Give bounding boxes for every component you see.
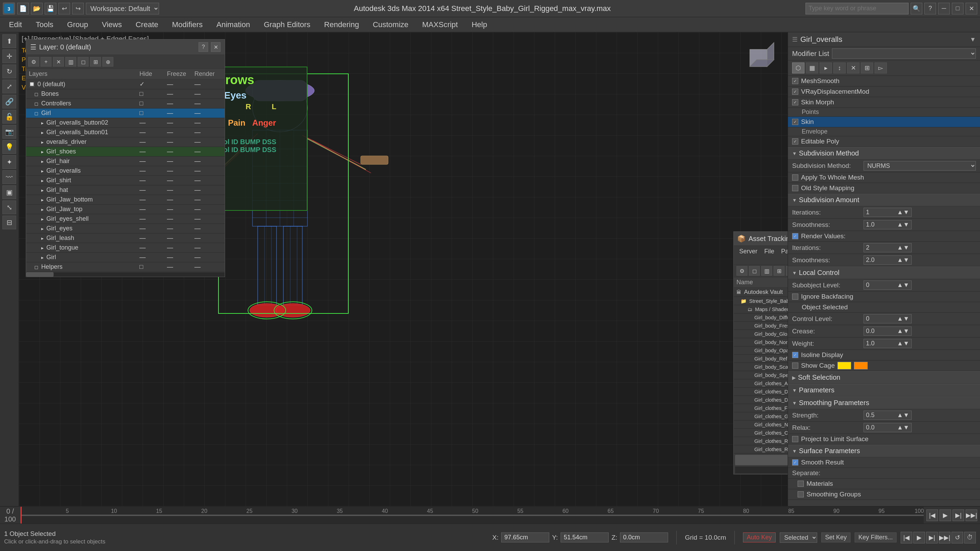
menu-edit[interactable]: Edit — [3, 18, 28, 31]
layers-sel-btn[interactable]: ◻ — [78, 57, 89, 67]
strength-spinner[interactable]: 0.5▲▼ — [864, 411, 912, 420]
y-value[interactable]: 51.54cm — [561, 532, 609, 542]
weight-spinner[interactable]: 1.0▲▼ — [864, 339, 912, 348]
menu-group[interactable]: Group — [61, 18, 94, 31]
smoothing-groups-row[interactable]: Smoothing Groups — [788, 489, 980, 500]
asset-row-map-13[interactable]: Girl_clothes_Normal.png Found — [734, 421, 788, 429]
show-cage-checkbox[interactable] — [792, 362, 798, 369]
layer-row-girl[interactable]: ◻Girl □—— — [26, 108, 225, 118]
layer-row-girl-overalls-btn02[interactable]: ▸Girl_overalls_button02 ——— — [26, 118, 225, 128]
minimize-btn[interactable]: ─ — [938, 3, 950, 14]
layer-row-girl[interactable]: ▸Girl ——— — [26, 252, 225, 262]
render-smoothness-spinner[interactable]: 2.0▲▼ — [864, 256, 912, 265]
asset-row-map-2[interactable]: Girl_body_Glossiness.png Found — [734, 330, 788, 338]
menu-modifiers[interactable]: Modifiers — [166, 18, 209, 31]
select-tool[interactable]: ⬆ — [2, 34, 16, 48]
modifier-editable-poly[interactable]: ✓ Editable Poly — [788, 136, 980, 147]
timeline-range[interactable]: 5 10 15 20 25 30 35 40 45 50 55 60 65 70… — [21, 507, 924, 524]
subobj-level-spinner[interactable]: 0▲▼ — [864, 281, 912, 290]
asset-row-map-0[interactable]: Girl_body_Diffuse.png Found — [734, 313, 788, 322]
set-key-btn[interactable]: Set Key — [821, 532, 851, 542]
asset-row-map-15[interactable]: Girl_clothes_Reflection.png Found — [734, 437, 788, 445]
smooth-result-checkbox[interactable]: ✓ — [792, 459, 798, 465]
menu-views[interactable]: Views — [95, 18, 128, 31]
menu-graph-editors[interactable]: Graph Editors — [258, 18, 317, 31]
mod-toolbar-btn7[interactable]: ▻ — [875, 62, 887, 73]
mod-toolbar-btn6[interactable]: ⊞ — [861, 62, 873, 73]
isoline-display-checkbox[interactable]: ✓ — [792, 352, 798, 358]
orientation-gizmo[interactable] — [740, 39, 781, 80]
asset-scrollbar-h[interactable] — [735, 455, 788, 465]
crease-spinner[interactable]: 0.0▲▼ — [864, 327, 912, 336]
subdivision-method-dropdown[interactable]: NURMS — [864, 161, 976, 171]
render-iterations-spinner[interactable]: 2▲▼ — [864, 243, 912, 252]
asset-btn3[interactable]: ▥ — [761, 266, 772, 276]
layer-row-girl-eyes[interactable]: ▸Girl_eyes ——— — [26, 224, 225, 233]
mod-editablepoly-checkbox[interactable]: ✓ — [792, 138, 798, 144]
mod-skin-checkbox[interactable]: ✓ — [792, 119, 798, 125]
asset-row-map-3[interactable]: Girl_body_Normal.png Found — [734, 338, 788, 346]
asset-row-map-7[interactable]: Girl_body_Specular.png Found — [734, 371, 788, 380]
section-soft-selection[interactable]: ▶ Soft Selection — [788, 371, 980, 384]
layer-row-helpers[interactable]: ◻Helpers □—— — [26, 262, 225, 272]
asset-btn2[interactable]: ◻ — [749, 266, 760, 276]
menu-help[interactable]: Help — [465, 18, 493, 31]
layer-row-girl-leash[interactable]: ▸Girl_leash ——— — [26, 233, 225, 243]
camera-tool[interactable]: 📷 — [2, 125, 16, 139]
layer-row-girl-jaw-top[interactable]: ▸Girl_Jaw_top ——— — [26, 205, 225, 214]
smooth-result-row[interactable]: ✓ Smooth Result — [788, 457, 980, 468]
layers-delete-btn[interactable]: ✕ — [53, 57, 64, 67]
timeline-playhead[interactable] — [21, 507, 22, 524]
mod-meshsmooth-checkbox[interactable]: ✓ — [792, 78, 798, 84]
layer-row-girl-overalls[interactable]: ▸Girl_overalls ——— — [26, 166, 225, 176]
control-level-spinner[interactable]: 0▲▼ — [864, 314, 912, 323]
section-subdivision-amount[interactable]: ▼ Subdivision Amount — [788, 194, 980, 206]
prev-frame-btn[interactable]: |◀ — [926, 510, 938, 521]
layer-row-overalls-driver[interactable]: ▸overalls_driver ——— — [26, 137, 225, 147]
mirror-tool[interactable]: ⤡ — [2, 200, 16, 214]
asset-btn1[interactable]: ⚙ — [737, 266, 748, 276]
asset-row-vault[interactable]: 🏛Autodesk Vault Logged Out — [734, 288, 788, 297]
layers-add-obj-btn[interactable]: ▥ — [65, 57, 76, 67]
section-surface-params[interactable]: ▼ Surface Parameters — [788, 445, 980, 457]
layer-row-girl-jaw-bottom[interactable]: ▸Girl_Jaw_bottom ——— — [26, 195, 225, 205]
close-btn[interactable]: ✕ — [966, 3, 977, 14]
ignore-backfacing-row[interactable]: Ignore Backfacing — [788, 291, 980, 302]
project-limit-checkbox[interactable] — [792, 436, 798, 442]
mod-toolbar-btn1[interactable]: ⬡ — [792, 62, 805, 73]
asset-row-map-12[interactable]: Girl_clothes_Glossiness.png Found — [734, 412, 788, 421]
asset-row-map-16[interactable]: Girl_clothes_Refraction.png Found — [734, 445, 788, 454]
layer-row-controllers[interactable]: ◻Controllers □—— — [26, 99, 225, 108]
asset-menu-server[interactable]: Server — [737, 247, 760, 263]
modifier-skinmorph[interactable]: ✓ Skin Morph — [788, 97, 980, 108]
layers-merge-btn[interactable]: ⊞ — [90, 57, 101, 67]
next-frame-btn[interactable]: ▶| — [953, 510, 964, 521]
viewport[interactable]: [+] [Perspective] [Shaded + Edged Faces]… — [19, 32, 788, 506]
asset-btn4[interactable]: ⊞ — [773, 266, 784, 276]
play-btn[interactable]: ▶ — [939, 510, 951, 521]
section-local-control[interactable]: ▼ Local Control — [788, 267, 980, 279]
workspace-dropdown[interactable]: Workspace: Default — [86, 3, 159, 14]
modifier-points[interactable]: Points — [788, 108, 980, 117]
asset-row-map-14[interactable]: Girl_clothes_Opacity.png Found — [734, 429, 788, 437]
sel-filter-tool[interactable]: ▣ — [2, 186, 16, 199]
selected-dropdown[interactable]: Selected — [780, 532, 817, 543]
align-tool[interactable]: ⊟ — [2, 216, 16, 229]
cage-color-swatch1[interactable] — [837, 362, 851, 369]
menu-animation[interactable]: Animation — [210, 18, 256, 31]
relax-spinner[interactable]: 0.0▲▼ — [864, 423, 912, 432]
section-smoothing-params[interactable]: ▼ Smoothing Parameters — [788, 397, 980, 409]
asset-row-map-8[interactable]: Girl_clothes_Anisotropy.png Found — [734, 380, 788, 387]
asset-menu-file[interactable]: File — [762, 247, 777, 263]
asset-row-map-11[interactable]: Girl_clothes_Fresnel.png Found — [734, 404, 788, 412]
layer-row-girl-hat[interactable]: ▸Girl_hat ——— — [26, 186, 225, 195]
rotate-tool[interactable]: ↻ — [2, 65, 16, 78]
menu-create[interactable]: Create — [129, 18, 164, 31]
modifier-skin[interactable]: ✓ Skin — [788, 117, 980, 127]
status-prev-btn[interactable]: |◀ — [900, 532, 912, 543]
asset-row-file[interactable]: 📁Street_Style_Baby_Girl_Rigged_max_v... … — [734, 297, 788, 305]
project-limit-row[interactable]: Project to Limit Surface — [788, 434, 980, 445]
layer-row-girl-hair[interactable]: ▸Girl_hair ——— — [26, 157, 225, 166]
mod-toolbar-btn4[interactable]: ↕ — [833, 62, 846, 73]
modifier-meshsmooth[interactable]: ✓ MeshSmooth — [788, 76, 980, 87]
